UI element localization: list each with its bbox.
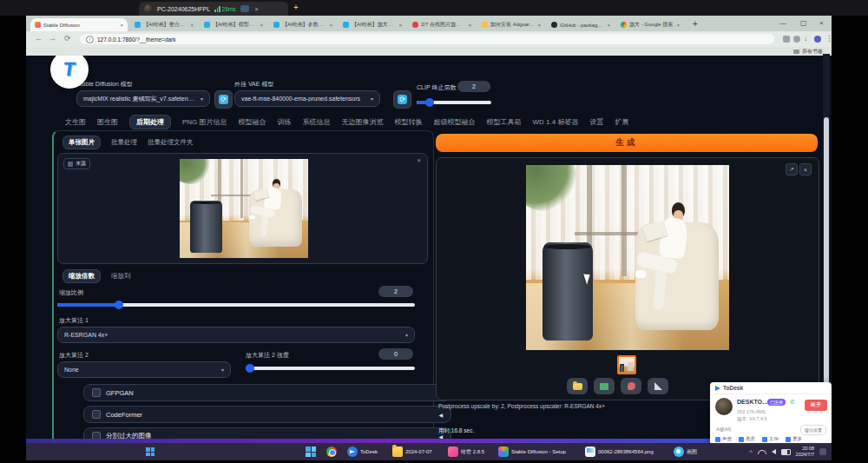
accordion-codeformer[interactable]: CodeFormer ◀ xyxy=(83,406,451,423)
tab-img2img[interactable]: 图生图 xyxy=(97,117,118,127)
vae-refresh-button[interactable]: ⟳ xyxy=(393,90,411,109)
new-tab-button[interactable]: + xyxy=(693,19,698,29)
browser-tab-1[interactable]: 【AI绘画】整合包安装教程 - 哔哩哔哩× xyxy=(130,18,198,31)
wifi-icon[interactable] xyxy=(758,450,766,454)
clip-skip-value[interactable]: 2 xyxy=(457,81,490,92)
upscaler2-strength-slider[interactable] xyxy=(246,367,415,370)
taskbar-item-paint[interactable]: 画图 xyxy=(670,445,700,459)
fullscreen-icon[interactable]: ↗ xyxy=(786,163,798,175)
source-image-dropzone[interactable]: 来源 × xyxy=(57,153,428,264)
sound-button[interactable]: 声音 xyxy=(715,436,732,442)
tab-close-icon[interactable]: × xyxy=(329,23,332,28)
speaker-icon[interactable] xyxy=(772,449,776,454)
slider-thumb[interactable] xyxy=(425,98,434,107)
browser-tab-2[interactable]: 【AI绘画】模型使用讲解 - 哔哩哔哩× xyxy=(200,18,267,31)
disconnect-button[interactable]: 断开 xyxy=(805,400,827,411)
taskbar-item-todesk[interactable]: ToDesk xyxy=(344,445,381,459)
tab-close-icon[interactable]: × xyxy=(398,23,402,28)
open-folder-button[interactable] xyxy=(567,378,588,394)
subtab-single-image[interactable]: 单张图片 xyxy=(62,136,101,149)
address-bar[interactable]: i 127.0.0.1:7860/?__theme=dark xyxy=(80,34,774,44)
scale-ratio-value[interactable]: 2 xyxy=(378,286,413,297)
tab-close-icon[interactable]: × xyxy=(607,23,610,28)
site-info-icon[interactable]: i xyxy=(86,36,94,43)
battery-icon[interactable] xyxy=(781,449,791,455)
output-image[interactable] xyxy=(526,165,729,350)
tab-txt2img[interactable]: 文生图 xyxy=(65,117,86,127)
tab-model-toolkit[interactable]: 模型工具箱 xyxy=(487,117,522,127)
browser-tab-6[interactable]: 如何安装 Adguard? - 知乎× xyxy=(477,18,545,31)
tab-close-icon[interactable]: × xyxy=(468,23,471,28)
browser-tab-5[interactable]: 2/7 在线图片放大工具× xyxy=(408,18,476,31)
tab-settings[interactable]: 设置 xyxy=(589,117,603,127)
tab-close-icon[interactable]: × xyxy=(190,23,194,28)
tab-close-icon[interactable]: × xyxy=(537,23,541,28)
back-button[interactable]: ← xyxy=(35,34,43,43)
quality-button[interactable]: 画质 xyxy=(739,436,755,442)
forward-button[interactable]: → xyxy=(49,34,56,43)
tab-checkpoint-merger[interactable]: 模型融合 xyxy=(239,117,266,127)
browser-tab-7[interactable]: GitHub - packageP/Studio× xyxy=(547,18,615,31)
notification-center-icon[interactable] xyxy=(819,448,826,455)
tab-train[interactable]: 训练 xyxy=(278,117,292,127)
scale-ratio-slider[interactable] xyxy=(57,303,415,307)
star-icon[interactable] xyxy=(793,36,800,43)
remote-session-tab[interactable]: PC-20240625HFPL 28ms × xyxy=(139,2,288,16)
taskbar-item-png-viewer[interactable]: 00062-2863864564.png xyxy=(582,445,657,459)
remote-new-tab-button[interactable]: + xyxy=(293,3,299,12)
close-gallery-icon[interactable]: × xyxy=(799,163,812,175)
tab-model-converter[interactable]: 模型转换 xyxy=(395,117,423,127)
model-dropdown[interactable]: majicMIX realistic 麦橘写实_v7.safetensors [… xyxy=(76,90,210,107)
side-panel-icon[interactable] xyxy=(783,36,790,43)
browser-tab-stable-diffusion[interactable]: Stable Diffusion × xyxy=(30,18,128,31)
todesk-popup-header[interactable]: ToDesk xyxy=(710,382,832,394)
tab-system-info[interactable]: 系统信息 xyxy=(303,117,331,127)
taskbar-item-chrome[interactable] xyxy=(323,445,340,459)
generate-button[interactable]: 生成 xyxy=(436,134,818,152)
more-button[interactable]: 更多 xyxy=(786,436,802,442)
upscaler1-dropdown[interactable]: R-ESRGAN 4x+▾ xyxy=(57,327,415,343)
tab-extras[interactable]: 后期处理 xyxy=(129,115,171,129)
accordion-gfpgan[interactable]: GFPGAN ◀ xyxy=(83,384,451,401)
upscaler2-dropdown[interactable]: None▾ xyxy=(57,361,231,378)
tray-clock[interactable]: 20:08 2024/7/7 xyxy=(796,446,814,458)
remote-tab-close-icon[interactable]: × xyxy=(255,6,259,12)
ruler-button[interactable] xyxy=(648,378,668,394)
clear-image-icon[interactable]: × xyxy=(417,156,421,164)
checkbox[interactable] xyxy=(92,388,101,397)
reload-button[interactable]: ⟳ xyxy=(64,34,71,43)
tray-chevron-up-icon[interactable]: ^ xyxy=(750,449,753,455)
subtab-scale-by[interactable]: 缩放倍数 xyxy=(62,269,101,283)
model-refresh-button[interactable]: ⟳ xyxy=(214,90,233,109)
browser-tab-4[interactable]: 【AI绘画】放大算法对比 - 哔哩哔哩× xyxy=(339,18,406,31)
subtab-batch-process[interactable]: 批量处理 xyxy=(111,138,137,147)
tab-png-info[interactable]: PNG 图片信息 xyxy=(182,117,227,127)
save-image-button[interactable] xyxy=(594,378,615,394)
browser-tab-8[interactable]: 放大 - Google 搜索× xyxy=(616,18,684,31)
file-transfer-button[interactable]: 文件 xyxy=(762,436,779,442)
upscaler2-strength-value[interactable]: 0 xyxy=(378,348,413,360)
all-bookmarks-button[interactable]: 所有书签 xyxy=(793,48,823,56)
browser-tab-3[interactable]: 【AI绘画】参数设置详解 - 哔哩哔哩× xyxy=(269,18,337,31)
phone-icon[interactable]: ✆ xyxy=(790,399,795,406)
subtab-batch-folder[interactable]: 批量处理文件夹 xyxy=(148,138,194,147)
vae-dropdown[interactable]: vae-ft-mse-840000-ema-pruned.safetensors… xyxy=(234,90,380,107)
palette-button[interactable] xyxy=(621,378,641,394)
download-icon[interactable]: ↓ xyxy=(804,34,808,43)
slider-thumb[interactable] xyxy=(115,301,123,309)
maximize-button[interactable]: ▢ xyxy=(800,19,807,27)
start-button[interactable] xyxy=(146,447,155,456)
gallery-thumbnail[interactable] xyxy=(617,355,636,374)
tab-close-icon[interactable]: × xyxy=(260,23,263,28)
slider-thumb[interactable] xyxy=(246,364,254,373)
tab-close-icon[interactable]: × xyxy=(120,23,123,28)
scrollbar-thumb[interactable] xyxy=(824,117,829,391)
taskbar-item-sd-setup[interactable]: Stable Diffusion - Setup xyxy=(495,445,569,459)
keymap-settings-button[interactable]: 键位设置 xyxy=(800,425,826,435)
close-button[interactable]: × xyxy=(819,19,824,27)
tab-extensions[interactable]: 扩展 xyxy=(615,117,628,127)
checkbox[interactable] xyxy=(92,410,101,419)
tab-super-merger[interactable]: 超级模型融合 xyxy=(434,117,476,127)
taskbar-item-launcher[interactable]: 绘世 2.8.5 xyxy=(444,445,488,459)
tab-infinite-browser[interactable]: 无边图像浏览 xyxy=(342,117,384,127)
